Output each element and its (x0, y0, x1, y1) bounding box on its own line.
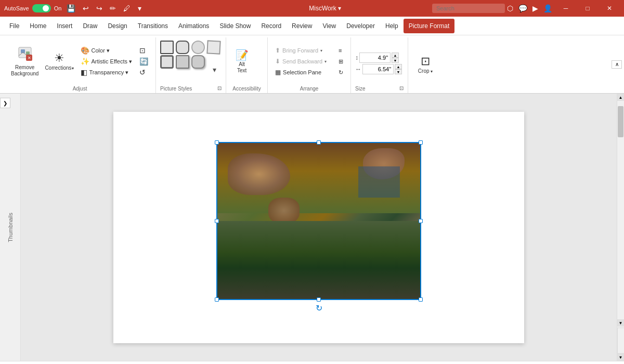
style-swatch-1[interactable] (160, 41, 174, 54)
ribbon-icon[interactable]: ⬡ (505, 3, 515, 14)
menu-pictureformat[interactable]: Picture Format (404, 19, 455, 33)
share-icon[interactable]: 👤 (541, 3, 554, 14)
scroll-down-button[interactable]: ▼ (617, 319, 624, 327)
ribbon-content: ✕ RemoveBackground ☀ Corrections▾ 🎨 Colo… (4, 37, 620, 93)
group-button[interactable]: ⊞ (335, 56, 346, 67)
handle-top-center[interactable] (317, 140, 321, 145)
rotate-button[interactable]: ↻ (335, 67, 346, 77)
remove-background-button[interactable]: ✕ RemoveBackground (8, 46, 41, 77)
picture-styles-expander[interactable]: ⊡ (217, 85, 222, 93)
menu-help[interactable]: Help (380, 19, 404, 33)
change-picture-button[interactable]: 🔄 (136, 56, 151, 67)
handle-top-right[interactable] (419, 140, 423, 145)
menu-view[interactable]: View (317, 19, 341, 33)
height-up[interactable]: ▲ (392, 53, 399, 58)
height-input[interactable] (359, 53, 391, 63)
picture-styles-label: Picture Styles (160, 84, 192, 93)
height-down[interactable]: ▼ (392, 58, 399, 63)
style-swatch-4[interactable] (206, 40, 220, 54)
bring-forward-arrow: ▾ (320, 48, 322, 53)
selection-pane-button[interactable]: ▦ Selection Pane (272, 67, 334, 77)
menu-slideshow[interactable]: Slide Show (214, 19, 256, 33)
style-swatch-2[interactable] (176, 41, 189, 54)
styles-more-button[interactable]: ▾ (207, 55, 222, 84)
vertical-scrollbar: ▲ ▼ ▼ (617, 94, 624, 361)
menu-review[interactable]: Review (287, 19, 317, 33)
slide: ↻ (113, 112, 524, 343)
pen-icon[interactable]: 🖊 (121, 3, 133, 14)
comments-icon[interactable]: 💬 (516, 3, 529, 14)
scroll-up-button[interactable]: ▲ (617, 94, 624, 101)
handle-bottom-center[interactable] (317, 297, 321, 302)
handle-top-left[interactable] (215, 140, 219, 145)
corrections-button[interactable]: ☀ Corrections▾ (42, 45, 76, 77)
scroll-track[interactable] (617, 101, 624, 319)
present-icon[interactable]: ▶ (530, 3, 540, 14)
send-backward-icon: ⬇ (275, 58, 280, 65)
status-bar: Slide 27 of 52 Accessibility: Investigat… (0, 361, 624, 364)
artistic-effects-button[interactable]: ✨ Artistic Effects ▾ (77, 56, 136, 67)
menu-file[interactable]: File (4, 19, 24, 33)
remove-bg-icon: ✕ (18, 46, 32, 63)
bring-forward-button[interactable]: ⬆ Bring Forward ▾ (272, 45, 334, 56)
autosave-knob (43, 5, 49, 11)
width-up[interactable]: ▲ (395, 64, 402, 69)
autosave-label: AutoSave (4, 5, 29, 11)
menu-design[interactable]: Design (102, 19, 132, 33)
menu-developer[interactable]: Developer (341, 19, 380, 33)
handle-middle-left[interactable] (215, 219, 219, 223)
foliage (309, 221, 330, 239)
send-backward-button[interactable]: ⬇ Send Backward ▾ (272, 56, 334, 67)
width-down[interactable]: ▼ (395, 69, 402, 74)
style-swatch-6[interactable] (176, 55, 189, 69)
thumbnails-toggle[interactable]: ❯ (0, 98, 10, 108)
scroll-down2-button[interactable]: ▼ (617, 354, 624, 361)
width-input[interactable] (362, 64, 394, 74)
reset-picture-button[interactable]: ↺ (136, 67, 151, 77)
scroll-thumb[interactable] (618, 106, 623, 137)
color-button[interactable]: 🎨 Color ▾ (77, 45, 136, 56)
style-swatch-5[interactable] (160, 55, 174, 69)
autosave-toggle[interactable] (32, 4, 51, 12)
style-swatch-7[interactable] (191, 55, 205, 69)
menu-record[interactable]: Record (256, 19, 287, 33)
selected-image-container[interactable]: ↻ (217, 143, 420, 299)
ribbon-collapse-button[interactable]: ∧ (612, 60, 622, 69)
corrections-icon: ☀ (54, 51, 64, 65)
search-input[interactable] (432, 4, 505, 13)
width-spinner: ▲ ▼ (395, 64, 402, 74)
menu-home[interactable]: Home (24, 19, 51, 33)
transparency-button[interactable]: ◧ Transparency ▾ (77, 67, 136, 77)
redo-icon[interactable]: ↪ (94, 3, 105, 14)
alt-text-button[interactable]: 📝 AltText (230, 46, 253, 77)
bring-forward-icon: ⬆ (275, 47, 280, 54)
artistic-effects-icon: ✨ (81, 57, 89, 66)
menu-animations[interactable]: Animations (173, 19, 214, 33)
align-button[interactable]: ≡ (335, 45, 346, 56)
app-title: MiscWork ▾ (218, 5, 433, 12)
accessibility-buttons: 📝 AltText (230, 38, 263, 84)
more-icon[interactable]: ▾ (136, 3, 144, 14)
handle-bottom-right[interactable] (419, 297, 423, 302)
handle-bottom-left[interactable] (215, 297, 219, 302)
menu-transitions[interactable]: Transitions (133, 19, 173, 33)
close-button[interactable]: ✕ (599, 0, 620, 17)
size-expander[interactable]: ⊡ (399, 85, 404, 93)
crop-button[interactable]: ⊡ Crop ▾ (412, 49, 438, 80)
minimize-button[interactable]: ─ (555, 0, 576, 17)
bring-forward-label: Bring Forward (282, 47, 318, 54)
compress-button[interactable]: ⊡ (136, 45, 151, 56)
menu-draw[interactable]: Draw (77, 19, 102, 33)
handle-middle-right[interactable] (419, 219, 423, 223)
undo-icon[interactable]: ↩ (81, 3, 91, 14)
customize-icon[interactable]: ✏ (108, 3, 118, 14)
menu-insert[interactable]: Insert (51, 19, 77, 33)
style-swatch-3[interactable] (191, 41, 205, 54)
restore-button[interactable]: □ (577, 0, 598, 17)
rock-1 (228, 153, 290, 195)
rotate-handle[interactable]: ↻ (314, 303, 324, 314)
mini-scroll[interactable] (617, 328, 624, 354)
autosave-state: On (54, 5, 62, 11)
arrange-label: Arrange (272, 84, 346, 93)
save-icon[interactable]: 💾 (64, 3, 77, 14)
